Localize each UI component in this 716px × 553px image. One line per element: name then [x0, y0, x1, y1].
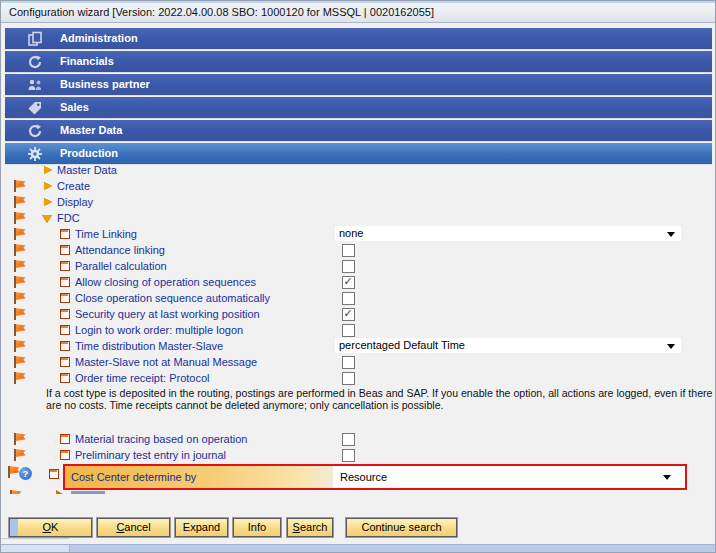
- setting-label[interactable]: Preliminary test entry in journal: [75, 447, 226, 463]
- preliminary-test-checkbox[interactable]: [342, 449, 355, 462]
- setting-row-attendance-linking: Attendance linking: [5, 242, 711, 258]
- setting-row-material-tracing: Material tracing based on operation: [5, 431, 711, 447]
- cancel-button[interactable]: Cancel: [97, 518, 170, 537]
- production-tree: Master Data Create Display FDC Time Link…: [5, 162, 711, 386]
- flag-icon: [13, 372, 26, 384]
- flag-icon: [13, 433, 26, 445]
- flag-icon: [13, 292, 26, 304]
- parallel-calculation-checkbox[interactable]: [342, 260, 355, 273]
- section-sales[interactable]: Sales: [5, 97, 712, 119]
- section-label: Administration: [60, 28, 138, 49]
- tree-node-master-data: Master Data: [5, 162, 711, 178]
- window-title: Configuration wizard [Version: 2022.04.0…: [9, 6, 434, 18]
- search-button[interactable]: Search: [287, 518, 333, 537]
- time-distribution-dropdown[interactable]: percentaged Default Time: [335, 338, 681, 353]
- help-icon[interactable]: ?: [19, 467, 32, 480]
- setting-icon: [60, 229, 70, 239]
- chevron-right-icon[interactable]: [44, 166, 52, 174]
- section-business-partner[interactable]: Business partner: [5, 74, 712, 96]
- flag-icon: [13, 180, 26, 192]
- section-master-data[interactable]: Master Data: [5, 120, 712, 142]
- refresh-icon: [27, 54, 43, 70]
- setting-row-security-query: Security query at last working position: [5, 306, 711, 322]
- setting-icon: [60, 261, 70, 271]
- lower-settings: Material tracing based on operation Prel…: [5, 431, 711, 463]
- section-label: Business partner: [60, 74, 150, 95]
- material-tracing-checkbox[interactable]: [342, 433, 355, 446]
- setting-row-multiple-logon: Login to work order: multiple logon: [5, 322, 711, 338]
- setting-label[interactable]: Close operation sequence automatically: [75, 290, 270, 306]
- gear-icon: [27, 146, 43, 162]
- flag-icon: [13, 324, 26, 336]
- section-label: Sales: [60, 97, 89, 118]
- setting-label[interactable]: Attendance linking: [75, 242, 165, 258]
- module-accordion: Administration Financials Business partn…: [5, 28, 712, 166]
- order-time-protocol-checkbox[interactable]: [342, 372, 355, 385]
- clipped-label: [71, 491, 105, 494]
- bottom-grip-line: [1, 538, 69, 539]
- allow-closing-checkbox[interactable]: [342, 276, 355, 289]
- setting-label[interactable]: Allow closing of operation sequences: [75, 274, 256, 290]
- setting-label[interactable]: Master-Slave not at Manual Message: [75, 354, 257, 370]
- security-query-checkbox[interactable]: [342, 308, 355, 321]
- setting-label[interactable]: Parallel calculation: [75, 258, 167, 274]
- flag-icon: [9, 490, 22, 494]
- setting-row-master-slave-manual: Master-Slave not at Manual Message: [5, 354, 711, 370]
- chevron-right-icon[interactable]: [44, 182, 52, 190]
- section-label: Production: [60, 143, 118, 164]
- info-button[interactable]: Info: [233, 518, 281, 537]
- cost-type-note: If a cost type is deposited in the routi…: [46, 388, 714, 412]
- multiple-logon-checkbox[interactable]: [342, 324, 355, 337]
- window-bottom-edge: [1, 544, 715, 552]
- setting-icon: [60, 341, 70, 351]
- clipped-tree-row: [5, 489, 405, 494]
- setting-label[interactable]: Login to work order: multiple logon: [75, 322, 243, 338]
- tree-node-label[interactable]: Create: [57, 178, 90, 194]
- flag-icon: [13, 308, 26, 320]
- setting-icon: [60, 293, 70, 303]
- section-label: Financials: [60, 51, 114, 72]
- copy-icon: [27, 31, 43, 47]
- setting-label[interactable]: Security query at last working position: [75, 306, 260, 322]
- master-slave-manual-checkbox[interactable]: [342, 356, 355, 369]
- business-partners-icon: [27, 77, 43, 93]
- section-administration[interactable]: Administration: [5, 28, 712, 50]
- tree-node-display: Display: [5, 194, 711, 210]
- cost-center-dropdown[interactable]: Resource: [333, 466, 685, 488]
- window-bottom-left-segment: [1, 545, 70, 552]
- tree-node-label[interactable]: Display: [57, 194, 93, 210]
- time-linking-dropdown[interactable]: none: [335, 226, 681, 241]
- section-financials[interactable]: Financials: [5, 51, 712, 73]
- flag-icon: [13, 244, 26, 256]
- setting-icon: [60, 373, 70, 383]
- setting-label[interactable]: Material tracing based on operation: [75, 431, 247, 447]
- flag-icon: [13, 196, 26, 208]
- setting-icon: [60, 309, 70, 319]
- tree-node-label[interactable]: FDC: [57, 210, 80, 226]
- setting-label[interactable]: Order time receipt: Protocol: [75, 370, 210, 386]
- setting-icon: [60, 450, 70, 460]
- setting-row-close-sequence-auto: Close operation sequence automatically: [5, 290, 711, 306]
- flag-icon: [13, 356, 26, 368]
- setting-row-allow-closing: Allow closing of operation sequences: [5, 274, 711, 290]
- chevron-down-icon[interactable]: [42, 215, 52, 223]
- cost-center-alert-row: Cost Center determine by Resource: [63, 464, 687, 490]
- flag-icon: [13, 212, 26, 224]
- close-sequence-auto-checkbox[interactable]: [342, 292, 355, 305]
- setting-icon: [49, 469, 59, 479]
- flag-icon: [13, 276, 26, 288]
- tree-node-label[interactable]: Master Data: [57, 162, 117, 178]
- setting-label[interactable]: Time distribution Master-Slave: [75, 338, 223, 354]
- continue-search-button[interactable]: Continue search: [346, 518, 457, 537]
- configuration-wizard-window: Configuration wizard [Version: 2022.04.0…: [0, 0, 716, 553]
- setting-row-time-linking: Time Linking none: [5, 226, 711, 242]
- cost-center-label[interactable]: Cost Center determine by: [65, 466, 333, 488]
- chevron-right-icon[interactable]: [44, 198, 52, 206]
- setting-row-preliminary-test: Preliminary test entry in journal: [5, 447, 711, 463]
- flag-icon: [13, 228, 26, 240]
- ok-button[interactable]: OK: [9, 518, 92, 537]
- expand-button[interactable]: Expand: [175, 518, 228, 537]
- setting-row-time-distribution: Time distribution Master-Slave percentag…: [5, 338, 711, 354]
- setting-label[interactable]: Time Linking: [75, 226, 137, 242]
- attendance-linking-checkbox[interactable]: [342, 244, 355, 257]
